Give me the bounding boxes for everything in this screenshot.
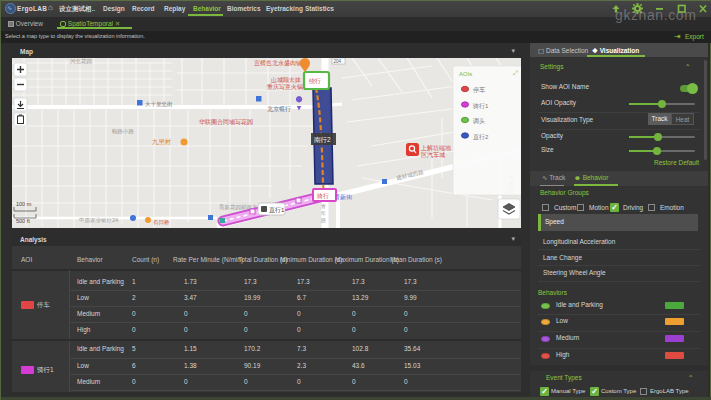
svg-text:100 m: 100 m bbox=[16, 201, 32, 207]
svg-text:中原农业银行24: 中原农业银行24 bbox=[79, 217, 118, 224]
svg-text:河北花园: 河北花园 bbox=[70, 58, 92, 65]
svg-text:绕行: 绕行 bbox=[309, 78, 321, 84]
svg-text:500 ft: 500 ft bbox=[16, 218, 30, 224]
svg-text:停车: 停车 bbox=[473, 86, 485, 94]
svg-text:青: 青 bbox=[321, 203, 326, 209]
svg-text:重庆写意火锅: 重庆写意火锅 bbox=[266, 83, 303, 90]
svg-text:路: 路 bbox=[321, 217, 326, 223]
svg-text:直行1: 直行1 bbox=[269, 207, 285, 213]
svg-text:⤢: ⤢ bbox=[513, 70, 518, 76]
svg-text:直行2: 直行2 bbox=[473, 134, 489, 140]
svg-text:上解坊端地: 上解坊端地 bbox=[420, 144, 452, 152]
svg-text:区汽车城: 区汽车城 bbox=[421, 151, 445, 158]
svg-text:调头: 调头 bbox=[472, 117, 485, 125]
svg-text:华联圈合同埔写花园: 华联圈合同埔写花园 bbox=[199, 119, 253, 126]
svg-text:北京银行: 北京银行 bbox=[267, 105, 291, 113]
svg-text:骑行1: 骑行1 bbox=[472, 103, 489, 109]
svg-text:年: 年 bbox=[321, 210, 326, 216]
svg-text:九里村: 九里村 bbox=[152, 138, 172, 146]
svg-text:山城颐去妹: 山城颐去妹 bbox=[271, 76, 301, 83]
svg-text:204: 204 bbox=[334, 59, 342, 64]
svg-text:骑行: 骑行 bbox=[316, 193, 329, 199]
svg-text:大十里北街: 大十里北街 bbox=[145, 101, 173, 108]
svg-text:宜横也北永盛肉铺: 宜横也北永盛肉铺 bbox=[254, 59, 302, 67]
svg-text:南行2: 南行2 bbox=[314, 136, 331, 143]
svg-text:帽路小路: 帽路小路 bbox=[112, 128, 135, 135]
svg-text:石日桥: 石日桥 bbox=[153, 219, 170, 226]
svg-text:AOIs: AOIs bbox=[459, 71, 472, 77]
